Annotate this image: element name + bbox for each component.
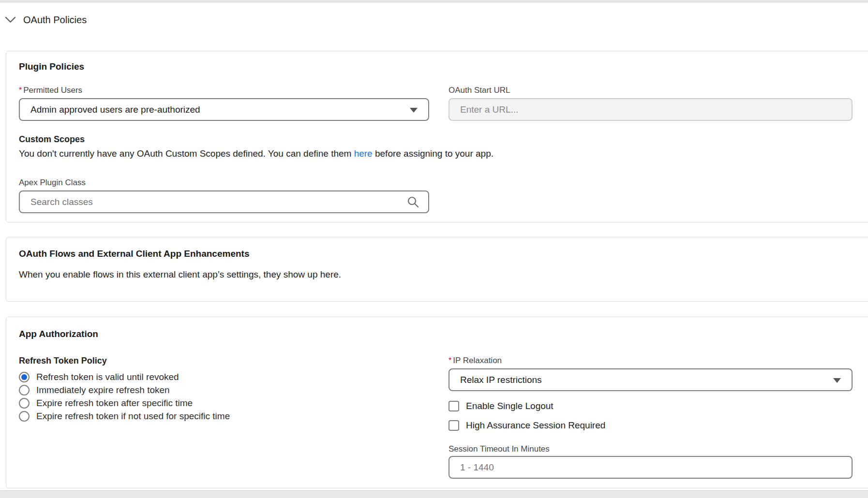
- required-asterisk: *: [449, 356, 451, 365]
- app-authorization-card: App Authorization Refresh Token Policy R…: [6, 317, 868, 488]
- app-authorization-right-column: *IP Relaxation Relax IP restrictions Ena…: [449, 356, 853, 479]
- radio-unselected-icon[interactable]: [19, 385, 30, 395]
- section-title: OAuth Policies: [23, 15, 87, 26]
- high-assurance-session-row[interactable]: High Assurance Session Required: [449, 420, 853, 431]
- refresh-token-policy-options: Refresh token is valid until revoked Imm…: [19, 370, 429, 423]
- dropdown-caret-icon: [410, 108, 418, 113]
- refresh-token-policy-group: Refresh Token Policy Refresh token is va…: [19, 356, 429, 479]
- permitted-users-select[interactable]: Admin approved users are pre-authorized: [19, 98, 429, 121]
- plugin-policies-fields: *Permitted Users Admin approved users ar…: [19, 86, 853, 121]
- plugin-policies-card: Plugin Policies *Permitted Users Admin a…: [6, 51, 868, 222]
- radio-unselected-icon[interactable]: [19, 411, 30, 422]
- radio-option-valid-until-revoked[interactable]: Refresh token is valid until revoked: [19, 370, 429, 383]
- oauth-flows-card: OAuth Flows and External Client App Enha…: [6, 237, 868, 302]
- oauth-start-url-label: OAuth Start URL: [449, 86, 853, 94]
- apex-plugin-class-field: Apex Plugin Class: [19, 178, 429, 213]
- top-divider: [0, 0, 868, 2]
- permitted-users-field: *Permitted Users Admin approved users ar…: [19, 86, 429, 121]
- radio-unselected-icon[interactable]: [19, 398, 30, 409]
- ip-relaxation-label: *IP Relaxation: [449, 356, 853, 365]
- plugin-policies-heading: Plugin Policies: [19, 62, 853, 72]
- oauth-flows-description: When you enable flows in this external c…: [19, 269, 853, 280]
- permitted-users-label: *Permitted Users: [19, 86, 429, 94]
- bottom-divider: [0, 490, 868, 498]
- custom-scopes-heading: Custom Scopes: [19, 135, 853, 144]
- radio-selected-icon[interactable]: [19, 372, 30, 382]
- radio-option-immediately-expire[interactable]: Immediately expire refresh token: [19, 383, 429, 396]
- oauth-start-url-input: [449, 98, 853, 121]
- permitted-users-value: Admin approved users are pre-authorized: [30, 104, 200, 115]
- oauth-start-url-field: OAuth Start URL: [449, 86, 853, 121]
- chevron-down-icon[interactable]: [5, 16, 16, 23]
- session-timeout-field: Session Timeout In Minutes: [449, 445, 853, 479]
- radio-option-expire-if-not-used[interactable]: Expire refresh token if not used for spe…: [19, 410, 429, 423]
- app-authorization-fields: Refresh Token Policy Refresh token is va…: [19, 356, 853, 479]
- required-asterisk: *: [19, 86, 22, 94]
- apex-plugin-class-search-input[interactable]: [19, 190, 429, 213]
- radio-option-expire-after-time[interactable]: Expire refresh token after specific time: [19, 396, 429, 410]
- oauth-flows-heading: OAuth Flows and External Client App Enha…: [19, 249, 853, 259]
- dropdown-caret-icon: [833, 378, 841, 383]
- custom-scopes-text: You don't currently have any OAuth Custo…: [19, 148, 853, 159]
- apex-plugin-class-label: Apex Plugin Class: [19, 178, 429, 187]
- custom-scopes-here-link[interactable]: here: [354, 148, 373, 159]
- checkbox-unchecked-icon[interactable]: [449, 401, 459, 411]
- refresh-token-policy-label: Refresh Token Policy: [19, 356, 429, 366]
- search-icon: [407, 196, 419, 210]
- app-authorization-heading: App Authorization: [19, 329, 853, 339]
- ip-relaxation-select[interactable]: Relax IP restrictions: [449, 368, 853, 391]
- session-timeout-label: Session Timeout In Minutes: [449, 445, 853, 453]
- session-timeout-input[interactable]: [449, 456, 853, 479]
- oauth-policies-section-header[interactable]: OAuth Policies: [5, 14, 868, 26]
- ip-relaxation-value: Relax IP restrictions: [460, 375, 542, 385]
- enable-single-logout-row[interactable]: Enable Single Logout: [449, 401, 853, 411]
- checkbox-unchecked-icon[interactable]: [449, 420, 459, 431]
